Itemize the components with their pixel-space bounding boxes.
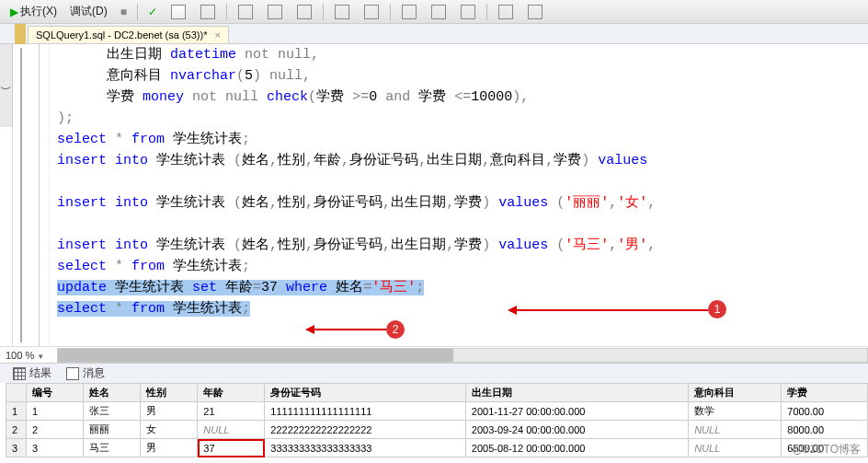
indent-icon bbox=[402, 5, 417, 19]
parse-button[interactable]: ✓ bbox=[143, 4, 163, 20]
debug-button[interactable]: 调试(D) bbox=[64, 2, 113, 21]
message-icon bbox=[66, 367, 79, 380]
tool-btn-11[interactable] bbox=[492, 3, 520, 21]
table-cell[interactable]: 2003-09-24 00:00:00.000 bbox=[465, 421, 688, 439]
annotation-arrow-2 bbox=[313, 329, 386, 330]
stop-button[interactable]: ■ bbox=[115, 4, 132, 20]
document-tab[interactable]: SQLQuery1.sql - DC2.benet (sa (53))* × bbox=[28, 26, 229, 43]
table-cell[interactable]: 8000.00 bbox=[782, 421, 868, 439]
arrow-head-icon bbox=[305, 325, 314, 334]
main-toolbar: ▶执行(X) 调试(D) ■ ✓ bbox=[0, 0, 868, 24]
outdent-icon bbox=[431, 5, 446, 19]
tool-btn-12[interactable] bbox=[521, 3, 549, 21]
table-cell[interactable]: 1 bbox=[6, 402, 27, 421]
tool-btn-7[interactable] bbox=[358, 3, 385, 21]
table-cell[interactable]: 张三 bbox=[84, 402, 141, 421]
execute-button[interactable]: ▶执行(X) bbox=[5, 2, 63, 21]
annotation-arrow-1 bbox=[515, 309, 708, 311]
tool-btn-5[interactable] bbox=[291, 3, 318, 21]
table-cell[interactable]: 数学 bbox=[689, 402, 782, 421]
tab-messages[interactable]: 消息 bbox=[59, 364, 112, 383]
change-bar bbox=[13, 44, 33, 346]
table-cell[interactable]: NULL bbox=[689, 439, 782, 457]
tab-messages-label: 消息 bbox=[83, 365, 105, 381]
toolbar-sep bbox=[137, 4, 138, 20]
results-grid[interactable]: 编号姓名性别年龄身份证号码出生日期意向科目学费11张三男211111111111… bbox=[0, 383, 868, 457]
editor-footer: 100 % ▼ bbox=[0, 346, 868, 363]
tool-btn-8[interactable] bbox=[395, 3, 423, 21]
outline-line bbox=[39, 44, 40, 346]
table-row[interactable]: 22丽丽女NULL2222222222222222222003-09-24 00… bbox=[6, 421, 868, 439]
table-cell[interactable]: 3 bbox=[6, 439, 27, 457]
table-header-row: 编号姓名性别年龄身份证号码出生日期意向科目学费 bbox=[6, 384, 868, 402]
table-cell[interactable]: 37 bbox=[198, 439, 265, 457]
code-line: update 学生统计表 set 年龄=37 where 姓名='马三'; bbox=[57, 277, 868, 298]
column-header[interactable]: 年龄 bbox=[198, 384, 265, 402]
tool-btn-9[interactable] bbox=[425, 3, 452, 21]
table-cell[interactable]: 2001-11-27 00:00:00.000 bbox=[465, 402, 688, 421]
tool-btn-10[interactable] bbox=[454, 3, 482, 21]
tool-btn-1[interactable] bbox=[165, 3, 192, 21]
close-icon[interactable]: × bbox=[214, 29, 220, 41]
table-cell[interactable]: 女 bbox=[141, 421, 198, 439]
stop-icon: ■ bbox=[120, 6, 127, 18]
misc-icon bbox=[498, 5, 513, 19]
outline-column[interactable] bbox=[33, 44, 50, 346]
uncomment-icon bbox=[364, 5, 379, 19]
annotation-badge-2: 2 bbox=[386, 320, 405, 339]
column-header[interactable]: 意向科目 bbox=[689, 384, 782, 402]
table-cell[interactable]: 3 bbox=[27, 439, 84, 457]
toolbar-sep bbox=[226, 4, 227, 20]
horizontal-scrollbar[interactable] bbox=[57, 348, 868, 363]
scrollbar-thumb[interactable] bbox=[58, 349, 453, 362]
tool-btn-6[interactable] bbox=[328, 3, 356, 21]
code-line: 学费 money not null check(学费 >=0 and 学费 <=… bbox=[57, 87, 868, 108]
code-line bbox=[57, 171, 868, 192]
results-text-icon bbox=[268, 5, 282, 19]
tool-btn-4[interactable] bbox=[261, 3, 289, 21]
misc-icon bbox=[528, 5, 542, 19]
document-tab-strip: SQLQuery1.sql - DC2.benet (sa (53))* × bbox=[0, 24, 868, 44]
results-panel-header: 结果 消息 bbox=[0, 363, 868, 383]
table-cell[interactable]: 2 bbox=[27, 421, 84, 439]
left-dock-tab[interactable]: ) bbox=[0, 44, 13, 127]
column-header[interactable]: 出生日期 bbox=[465, 384, 688, 402]
chevron-down-icon: ▼ bbox=[37, 353, 44, 361]
code-text[interactable]: 出生日期 datetime not null, 意向科目 nvarchar(5)… bbox=[50, 44, 868, 346]
column-header[interactable]: 性别 bbox=[141, 384, 198, 402]
grid-icon bbox=[171, 5, 186, 19]
table-cell[interactable]: 222222222222222222 bbox=[265, 421, 466, 439]
code-line bbox=[57, 214, 868, 235]
table-cell[interactable]: 111111111111111111 bbox=[265, 402, 466, 421]
results-file-icon bbox=[297, 5, 312, 19]
tool-btn-3[interactable] bbox=[232, 3, 259, 21]
tool-btn-2[interactable] bbox=[194, 3, 222, 21]
column-header[interactable]: 姓名 bbox=[84, 384, 141, 402]
table-cell[interactable]: 男 bbox=[141, 402, 198, 421]
table-cell[interactable]: 马三 bbox=[84, 439, 141, 457]
table-row[interactable]: 11张三男211111111111111111112001-11-27 00:0… bbox=[6, 402, 868, 421]
table-cell[interactable]: NULL bbox=[198, 421, 265, 439]
toolbar-sep bbox=[323, 4, 324, 20]
table-cell[interactable]: NULL bbox=[689, 421, 782, 439]
column-header[interactable] bbox=[6, 384, 27, 402]
column-header[interactable]: 身份证号码 bbox=[265, 384, 466, 402]
table-cell[interactable]: 1 bbox=[27, 402, 84, 421]
play-icon: ▶ bbox=[10, 6, 18, 18]
table-cell[interactable]: 7000.00 bbox=[782, 402, 868, 421]
table-cell[interactable]: 2 bbox=[6, 421, 27, 439]
code-editor[interactable]: 出生日期 datetime not null, 意向科目 nvarchar(5)… bbox=[0, 44, 868, 346]
left-dock-label: ) bbox=[1, 87, 12, 90]
tab-results[interactable]: 结果 bbox=[6, 364, 59, 383]
table-cell[interactable]: 21 bbox=[198, 402, 265, 421]
zoom-dropdown[interactable]: 100 % ▼ bbox=[0, 350, 57, 361]
table-row[interactable]: 33马三男373333333333333333332005-08-12 00:0… bbox=[6, 439, 868, 457]
table-cell[interactable]: 333333333333333333 bbox=[265, 439, 466, 457]
table-cell[interactable]: 2005-08-12 00:00:00.000 bbox=[465, 439, 688, 457]
change-marker bbox=[15, 24, 26, 44]
table-cell[interactable]: 丽丽 bbox=[84, 421, 141, 439]
table-cell[interactable]: 男 bbox=[141, 439, 198, 457]
toolbar-sep bbox=[390, 4, 391, 20]
column-header[interactable]: 编号 bbox=[27, 384, 84, 402]
column-header[interactable]: 学费 bbox=[782, 384, 868, 402]
